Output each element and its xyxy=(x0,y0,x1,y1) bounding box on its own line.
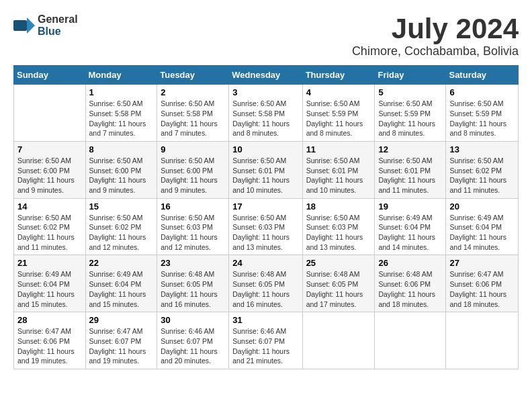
header-cell-wednesday: Wednesday xyxy=(229,66,302,85)
day-info: Sunrise: 6:46 AMSunset: 6:07 PMDaylight:… xyxy=(161,326,225,366)
calendar-cell xyxy=(14,85,86,142)
calendar-header-row: SundayMondayTuesdayWednesdayThursdayFrid… xyxy=(14,66,519,85)
svg-marker-1 xyxy=(27,17,35,34)
logo: General Blue xyxy=(13,13,78,37)
calendar-cell: 25Sunrise: 6:48 AMSunset: 6:05 PMDayligh… xyxy=(302,255,375,312)
calendar-cell: 5Sunrise: 6:50 AMSunset: 5:59 PMDaylight… xyxy=(375,85,446,142)
header-cell-friday: Friday xyxy=(375,66,446,85)
day-number: 12 xyxy=(378,144,442,154)
day-number: 31 xyxy=(232,315,298,325)
day-info: Sunrise: 6:49 AMSunset: 6:04 PMDaylight:… xyxy=(449,213,515,253)
title-section: July 2024 Chimore, Cochabamba, Bolivia xyxy=(352,13,519,58)
header-cell-tuesday: Tuesday xyxy=(157,66,229,85)
day-info: Sunrise: 6:50 AMSunset: 6:01 PMDaylight:… xyxy=(378,156,442,195)
day-number: 16 xyxy=(161,201,225,212)
calendar-cell: 7Sunrise: 6:50 AMSunset: 6:00 PMDaylight… xyxy=(14,141,86,198)
day-info: Sunrise: 6:50 AMSunset: 6:01 PMDaylight:… xyxy=(306,156,371,195)
day-info: Sunrise: 6:50 AMSunset: 5:58 PMDaylight:… xyxy=(161,99,225,138)
logo-general: General xyxy=(38,13,78,26)
day-info: Sunrise: 6:48 AMSunset: 6:05 PMDaylight:… xyxy=(232,269,298,309)
calendar-cell: 8Sunrise: 6:50 AMSunset: 6:00 PMDaylight… xyxy=(85,141,157,198)
day-info: Sunrise: 6:50 AMSunset: 5:58 PMDaylight:… xyxy=(232,99,298,138)
day-number: 13 xyxy=(449,144,515,154)
calendar-cell: 24Sunrise: 6:48 AMSunset: 6:05 PMDayligh… xyxy=(229,255,302,312)
day-number: 22 xyxy=(89,258,154,268)
calendar-cell: 20Sunrise: 6:49 AMSunset: 6:04 PMDayligh… xyxy=(446,198,519,255)
calendar-cell xyxy=(446,312,519,369)
day-number: 18 xyxy=(306,201,371,212)
calendar-cell: 31Sunrise: 6:46 AMSunset: 6:07 PMDayligh… xyxy=(229,312,302,369)
calendar-week-3: 14Sunrise: 6:50 AMSunset: 6:02 PMDayligh… xyxy=(14,198,519,255)
day-info: Sunrise: 6:50 AMSunset: 6:00 PMDaylight:… xyxy=(161,156,225,195)
day-number: 6 xyxy=(449,87,515,97)
day-number: 2 xyxy=(161,87,225,97)
calendar-cell xyxy=(375,312,446,369)
header-cell-monday: Monday xyxy=(85,66,157,85)
day-number: 7 xyxy=(17,144,82,154)
main-title: July 2024 xyxy=(352,13,519,44)
calendar-cell: 14Sunrise: 6:50 AMSunset: 6:02 PMDayligh… xyxy=(14,198,86,255)
calendar-cell: 28Sunrise: 6:47 AMSunset: 6:06 PMDayligh… xyxy=(14,312,86,369)
calendar-cell: 21Sunrise: 6:49 AMSunset: 6:04 PMDayligh… xyxy=(14,255,86,312)
day-number: 20 xyxy=(449,201,515,212)
day-info: Sunrise: 6:48 AMSunset: 6:05 PMDaylight:… xyxy=(161,269,225,309)
day-number: 17 xyxy=(232,201,298,212)
day-info: Sunrise: 6:50 AMSunset: 5:59 PMDaylight:… xyxy=(378,99,442,138)
calendar-cell: 23Sunrise: 6:48 AMSunset: 6:05 PMDayligh… xyxy=(157,255,229,312)
calendar-week-5: 28Sunrise: 6:47 AMSunset: 6:06 PMDayligh… xyxy=(14,312,519,369)
calendar-table: SundayMondayTuesdayWednesdayThursdayFrid… xyxy=(13,65,519,369)
day-number: 19 xyxy=(378,201,442,212)
calendar-cell: 13Sunrise: 6:50 AMSunset: 6:02 PMDayligh… xyxy=(446,141,519,198)
day-info: Sunrise: 6:49 AMSunset: 6:04 PMDaylight:… xyxy=(17,269,82,309)
calendar-cell xyxy=(302,312,375,369)
day-number: 21 xyxy=(17,258,82,268)
logo-icon xyxy=(13,15,35,36)
day-info: Sunrise: 6:50 AMSunset: 6:03 PMDaylight:… xyxy=(232,213,298,253)
day-number: 15 xyxy=(89,201,154,212)
calendar-cell: 30Sunrise: 6:46 AMSunset: 6:07 PMDayligh… xyxy=(157,312,229,369)
calendar-cell: 12Sunrise: 6:50 AMSunset: 6:01 PMDayligh… xyxy=(375,141,446,198)
header-cell-sunday: Sunday xyxy=(14,66,86,85)
calendar-cell: 11Sunrise: 6:50 AMSunset: 6:01 PMDayligh… xyxy=(302,141,375,198)
day-number: 25 xyxy=(306,258,371,268)
calendar-body: 1Sunrise: 6:50 AMSunset: 5:58 PMDaylight… xyxy=(14,85,519,369)
calendar-cell: 9Sunrise: 6:50 AMSunset: 6:00 PMDaylight… xyxy=(157,141,229,198)
day-number: 26 xyxy=(378,258,442,268)
day-info: Sunrise: 6:47 AMSunset: 6:07 PMDaylight:… xyxy=(89,326,154,366)
svg-rect-0 xyxy=(13,20,27,31)
day-number: 29 xyxy=(89,315,154,325)
calendar-cell: 10Sunrise: 6:50 AMSunset: 6:01 PMDayligh… xyxy=(229,141,302,198)
calendar-week-1: 1Sunrise: 6:50 AMSunset: 5:58 PMDaylight… xyxy=(14,85,519,142)
day-number: 1 xyxy=(89,87,154,97)
day-number: 11 xyxy=(306,144,371,154)
day-info: Sunrise: 6:50 AMSunset: 6:02 PMDaylight:… xyxy=(17,213,82,253)
header-cell-thursday: Thursday xyxy=(302,66,375,85)
day-info: Sunrise: 6:50 AMSunset: 5:58 PMDaylight:… xyxy=(89,99,154,138)
day-number: 24 xyxy=(232,258,298,268)
day-info: Sunrise: 6:46 AMSunset: 6:07 PMDaylight:… xyxy=(232,326,298,366)
calendar-cell: 27Sunrise: 6:47 AMSunset: 6:06 PMDayligh… xyxy=(446,255,519,312)
day-number: 30 xyxy=(161,315,225,325)
day-info: Sunrise: 6:49 AMSunset: 6:04 PMDaylight:… xyxy=(378,213,442,253)
calendar-cell: 17Sunrise: 6:50 AMSunset: 6:03 PMDayligh… xyxy=(229,198,302,255)
day-number: 5 xyxy=(378,87,442,97)
day-number: 8 xyxy=(89,144,154,154)
day-info: Sunrise: 6:50 AMSunset: 6:01 PMDaylight:… xyxy=(232,156,298,195)
day-number: 27 xyxy=(449,258,515,268)
day-number: 14 xyxy=(17,201,82,212)
day-info: Sunrise: 6:47 AMSunset: 6:06 PMDaylight:… xyxy=(17,326,82,366)
day-number: 28 xyxy=(17,315,82,325)
calendar-cell: 29Sunrise: 6:47 AMSunset: 6:07 PMDayligh… xyxy=(85,312,157,369)
day-info: Sunrise: 6:50 AMSunset: 5:59 PMDaylight:… xyxy=(306,99,371,138)
calendar-cell: 16Sunrise: 6:50 AMSunset: 6:03 PMDayligh… xyxy=(157,198,229,255)
day-number: 10 xyxy=(232,144,298,154)
day-info: Sunrise: 6:50 AMSunset: 6:03 PMDaylight:… xyxy=(306,213,371,253)
day-info: Sunrise: 6:50 AMSunset: 6:00 PMDaylight:… xyxy=(17,156,82,195)
day-info: Sunrise: 6:49 AMSunset: 6:04 PMDaylight:… xyxy=(89,269,154,309)
calendar-week-4: 21Sunrise: 6:49 AMSunset: 6:04 PMDayligh… xyxy=(14,255,519,312)
subtitle: Chimore, Cochabamba, Bolivia xyxy=(352,44,519,58)
day-info: Sunrise: 6:48 AMSunset: 6:06 PMDaylight:… xyxy=(378,269,442,309)
day-info: Sunrise: 6:47 AMSunset: 6:06 PMDaylight:… xyxy=(449,269,515,309)
calendar-cell: 15Sunrise: 6:50 AMSunset: 6:02 PMDayligh… xyxy=(85,198,157,255)
day-info: Sunrise: 6:50 AMSunset: 6:03 PMDaylight:… xyxy=(161,213,225,253)
